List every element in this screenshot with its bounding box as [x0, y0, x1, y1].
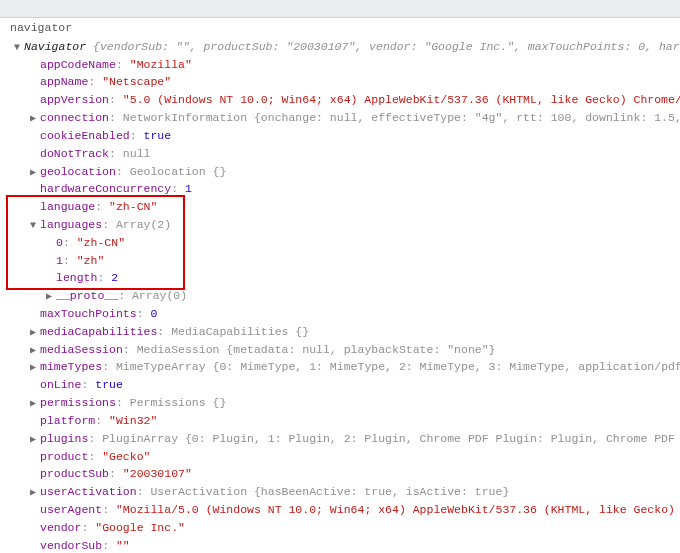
chevron-right-icon[interactable]: ▶: [46, 289, 56, 305]
window-tab-bar: [0, 0, 680, 18]
prop-product[interactable]: product: "Gecko": [6, 448, 680, 466]
prop-connection[interactable]: ▶connection: NetworkInformation {onchang…: [6, 109, 680, 127]
prop-mimetypes[interactable]: ▶mimeTypes: MimeTypeArray {0: MimeType, …: [6, 358, 680, 376]
chevron-right-icon[interactable]: ▶: [30, 325, 40, 341]
prop-appcodename[interactable]: appCodeName: "Mozilla": [6, 56, 680, 74]
prop-geolocation[interactable]: ▶geolocation: Geolocation {}: [6, 163, 680, 181]
prop-vendor[interactable]: vendor: "Google Inc.": [6, 519, 680, 537]
prop-mediasession[interactable]: ▶mediaSession: MediaSession {metadata: n…: [6, 341, 680, 359]
prop-permissions[interactable]: ▶permissions: Permissions {}: [6, 394, 680, 412]
console-input-echo: navigator: [6, 18, 680, 38]
prop-vendorsub[interactable]: vendorSub: "": [6, 537, 680, 553]
chevron-right-icon[interactable]: ▶: [30, 485, 40, 501]
prop-hardwareconcurrency[interactable]: hardwareConcurrency: 1: [6, 180, 680, 198]
chevron-right-icon[interactable]: ▶: [30, 111, 40, 127]
prop-productsub[interactable]: productSub: "20030107": [6, 465, 680, 483]
prop-plugins[interactable]: ▶plugins: PluginArray {0: Plugin, 1: Plu…: [6, 430, 680, 448]
prop-languages-1[interactable]: 1: "zh": [6, 252, 680, 270]
chevron-down-icon[interactable]: ▼: [14, 40, 24, 56]
prop-mediacapabilities[interactable]: ▶mediaCapabilities: MediaCapabilities {}: [6, 323, 680, 341]
prop-platform[interactable]: platform: "Win32": [6, 412, 680, 430]
prop-useractivation[interactable]: ▶userActivation: UserActivation {hasBeen…: [6, 483, 680, 501]
navigator-root[interactable]: ▼Navigator {vendorSub: "", productSub: "…: [6, 38, 680, 56]
prop-languages-length[interactable]: length: 2: [6, 269, 680, 287]
prop-language[interactable]: language: "zh-CN": [6, 198, 680, 216]
prop-appname[interactable]: appName: "Netscape": [6, 73, 680, 91]
prop-appversion[interactable]: appVersion: "5.0 (Windows NT 10.0; Win64…: [6, 91, 680, 109]
prop-online[interactable]: onLine: true: [6, 376, 680, 394]
chevron-right-icon[interactable]: ▶: [30, 165, 40, 181]
chevron-right-icon[interactable]: ▶: [30, 360, 40, 376]
chevron-right-icon[interactable]: ▶: [30, 396, 40, 412]
prop-languages[interactable]: ▼languages: Array(2): [6, 216, 680, 234]
prop-languages-proto[interactable]: ▶__proto__: Array(0): [6, 287, 680, 305]
chevron-down-icon[interactable]: ▼: [30, 218, 40, 234]
prop-cookieenabled[interactable]: cookieEnabled: true: [6, 127, 680, 145]
console-output[interactable]: navigator ▼Navigator {vendorSub: "", pro…: [0, 18, 680, 553]
prop-maxtouchpoints[interactable]: maxTouchPoints: 0: [6, 305, 680, 323]
prop-donottrack[interactable]: doNotTrack: null: [6, 145, 680, 163]
chevron-right-icon[interactable]: ▶: [30, 432, 40, 448]
prop-useragent[interactable]: userAgent: "Mozilla/5.0 (Windows NT 10.0…: [6, 501, 680, 519]
chevron-right-icon[interactable]: ▶: [30, 343, 40, 359]
prop-languages-0[interactable]: 0: "zh-CN": [6, 234, 680, 252]
